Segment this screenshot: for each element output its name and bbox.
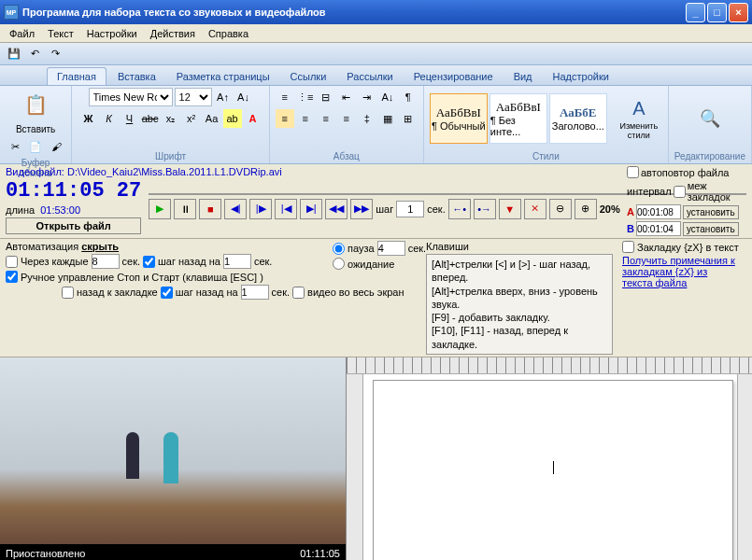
autorepeat-checkbox[interactable]	[627, 166, 639, 178]
close-button[interactable]: ×	[729, 3, 748, 22]
find-icon[interactable]: 🔍	[700, 108, 720, 129]
font-family-select[interactable]: Times New Rc	[89, 88, 173, 106]
manual-checkbox[interactable]	[6, 271, 18, 283]
save-icon[interactable]: 💾	[6, 46, 22, 63]
menu-actions[interactable]: Действия	[145, 26, 201, 41]
backby2-input[interactable]	[241, 285, 269, 300]
open-file-button[interactable]: Открыть файл	[6, 217, 141, 234]
add-bookmark-button[interactable]: ▼	[499, 199, 521, 219]
bookmark-text-checkbox[interactable]	[622, 241, 634, 253]
copy-icon[interactable]: 📄	[26, 137, 45, 156]
ruler-vertical[interactable]	[347, 374, 363, 560]
ffwd-button[interactable]: ▶▶	[350, 199, 373, 219]
minimize-button[interactable]: _	[686, 3, 705, 22]
video-frame[interactable]	[0, 357, 346, 544]
multilevel-icon[interactable]: ⊟	[317, 88, 335, 106]
pause-button[interactable]: ⏸	[174, 199, 196, 219]
back-bm-checkbox[interactable]	[62, 287, 74, 299]
undo-icon[interactable]: ↶	[26, 46, 43, 63]
justify-icon[interactable]: ≡	[337, 109, 356, 128]
backby2-checkbox[interactable]	[161, 287, 173, 299]
numbering-icon[interactable]: ⋮≡	[296, 88, 315, 106]
fullscreen-checkbox[interactable]	[292, 287, 305, 299]
step-fwd-button[interactable]: |▶	[249, 199, 272, 219]
tab-review[interactable]: Рецензирование	[404, 68, 503, 85]
maximize-button[interactable]: □	[707, 3, 727, 22]
next-bm-button[interactable]: ▶|	[300, 199, 322, 219]
align-left-icon[interactable]: ≡	[276, 109, 294, 128]
backby-checkbox[interactable]	[143, 256, 155, 268]
underline-icon[interactable]: Ч	[121, 109, 139, 128]
tab-view[interactable]: Вид	[504, 68, 542, 85]
sort-icon[interactable]: A↓	[378, 88, 397, 106]
jump-fwd-button[interactable]: •→	[474, 199, 496, 219]
ab-panel: автоповтор файла интервал меж закладок A…	[627, 166, 748, 238]
stop-button[interactable]: ■	[199, 199, 221, 219]
scrollbar-vertical[interactable]	[737, 374, 752, 560]
style-heading[interactable]: АаБбЕ Заголово...	[549, 93, 607, 144]
cut-icon[interactable]: ✂	[6, 137, 24, 156]
ruler-horizontal[interactable]	[347, 357, 752, 374]
grow-font-icon[interactable]: A↑	[214, 88, 233, 106]
tab-insert[interactable]: Вставка	[108, 68, 165, 85]
menu-text[interactable]: Текст	[42, 26, 79, 41]
line-spacing-icon[interactable]: ‡	[358, 109, 376, 128]
align-right-icon[interactable]: ≡	[317, 109, 335, 128]
zoom-out-button[interactable]: ⊖	[549, 199, 572, 219]
italic-icon[interactable]: К	[100, 109, 119, 128]
tab-layout[interactable]: Разметка страницы	[167, 68, 279, 85]
paste-button[interactable]: 📋	[19, 88, 52, 121]
tab-addins[interactable]: Надстройки	[544, 68, 618, 85]
case-icon[interactable]: Aa	[203, 109, 221, 128]
font-color-icon[interactable]: A	[244, 109, 262, 128]
show-marks-icon[interactable]: ¶	[399, 88, 418, 106]
step-input[interactable]	[396, 201, 424, 217]
bullets-icon[interactable]: ≡	[276, 88, 294, 106]
tab-mailings[interactable]: Рассылки	[337, 68, 402, 85]
strike-icon[interactable]: abc	[141, 109, 160, 128]
indent-dec-icon[interactable]: ⇤	[337, 88, 356, 106]
between-checkbox[interactable]	[674, 186, 686, 198]
redo-icon[interactable]: ↷	[47, 46, 64, 63]
shrink-font-icon[interactable]: A↓	[234, 88, 253, 106]
pause-radio[interactable]	[333, 243, 345, 255]
jump-back-button[interactable]: ←•	[448, 199, 471, 219]
style-no-spacing[interactable]: АаБбВвІ ¶ Без инте...	[490, 93, 547, 144]
play-button[interactable]: ▶	[149, 199, 171, 219]
align-center-icon[interactable]: ≡	[296, 109, 315, 128]
zoom-in-button[interactable]: ⊕	[575, 199, 597, 219]
highlight-icon[interactable]: ab	[223, 109, 242, 128]
style-normal[interactable]: АаБбВвІ ¶ Обычный	[430, 93, 488, 144]
tab-links[interactable]: Ссылки	[281, 68, 336, 85]
shading-icon[interactable]: ▦	[378, 109, 397, 128]
set-a-button[interactable]: установить	[683, 205, 739, 219]
wait-radio[interactable]	[333, 258, 345, 270]
format-painter-icon[interactable]: 🖌	[47, 137, 65, 156]
step-back-button[interactable]: ◀|	[224, 199, 247, 219]
menu-settings[interactable]: Настройки	[81, 26, 143, 41]
every-input[interactable]	[92, 254, 120, 269]
text-cursor	[553, 461, 554, 474]
pause-input[interactable]	[377, 241, 405, 256]
menu-file[interactable]: Файл	[4, 26, 40, 41]
backby-input[interactable]	[223, 254, 251, 269]
menu-help[interactable]: Справка	[203, 26, 254, 41]
set-b-button[interactable]: установить	[683, 222, 739, 236]
borders-icon[interactable]: ⊞	[399, 109, 418, 128]
prev-bm-button[interactable]: |◀	[275, 199, 297, 219]
change-styles-icon[interactable]: A	[632, 98, 645, 119]
tab-home[interactable]: Главная	[47, 67, 106, 85]
hide-link[interactable]: скрыть	[81, 241, 119, 252]
del-bookmark-button[interactable]: ⨯	[524, 199, 546, 219]
bold-icon[interactable]: Ж	[79, 109, 98, 128]
subscript-icon[interactable]: x₂	[162, 109, 180, 128]
indent-inc-icon[interactable]: ⇥	[358, 88, 376, 106]
rewind-button[interactable]: ◀◀	[325, 199, 348, 219]
document-page[interactable]	[373, 380, 733, 560]
every-checkbox[interactable]	[6, 256, 18, 268]
font-size-select[interactable]: 12	[175, 88, 212, 106]
a-time-input[interactable]	[636, 204, 681, 219]
b-time-input[interactable]	[636, 221, 681, 236]
get-notes-link[interactable]: Получить примечания кзакладкам {zX} изте…	[622, 255, 739, 288]
superscript-icon[interactable]: x²	[182, 109, 201, 128]
